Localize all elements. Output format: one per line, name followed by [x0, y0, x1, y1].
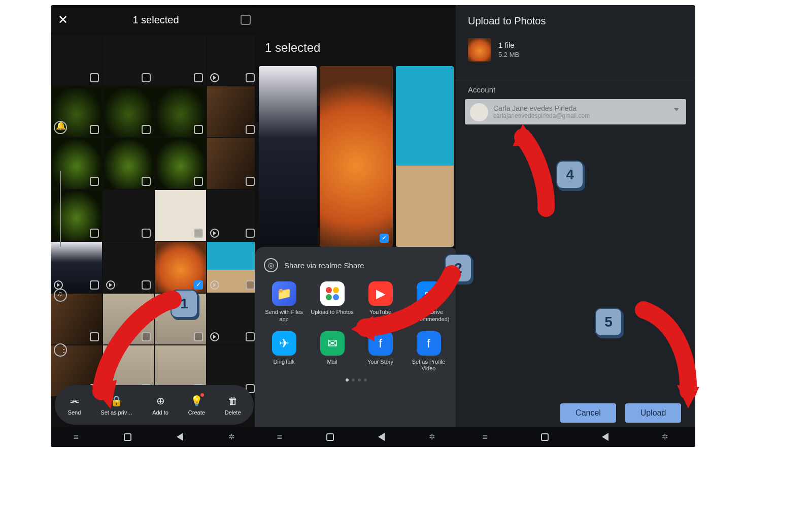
thumbnail[interactable] — [207, 242, 258, 293]
thumbnail[interactable] — [103, 190, 154, 241]
share-target-files[interactable]: 📁 Send with Files app — [262, 281, 306, 323]
divider — [456, 78, 695, 78]
dingtalk-icon: ✈ — [272, 331, 296, 356]
android-navbar: ≡ ✲ — [51, 427, 258, 447]
play-icon — [210, 229, 219, 238]
thumbnail[interactable] — [51, 35, 102, 85]
thumbnail[interactable] — [207, 294, 258, 344]
thumbnail-grid — [51, 35, 258, 410]
selection-count: 1 selected — [255, 5, 458, 66]
share-target-profile-video[interactable]: f Set as Profile Video — [407, 331, 451, 373]
back-icon[interactable] — [602, 433, 608, 441]
thumbnail[interactable] — [155, 190, 206, 241]
checkmark-icon — [380, 234, 389, 243]
realme-share-label: Share via realme Share — [284, 261, 364, 270]
avatar — [470, 103, 488, 121]
gallery-topbar: ✕ 1 selected — [51, 5, 258, 35]
thumbnail[interactable] — [103, 294, 154, 344]
thumbnail[interactable] — [103, 138, 154, 189]
app-label: DingTalk — [273, 359, 294, 366]
music-icon[interactable] — [54, 289, 67, 302]
home-icon[interactable] — [124, 433, 131, 441]
broadcast-icon: ◎ — [264, 258, 278, 272]
accessibility-icon[interactable]: ✲ — [429, 432, 435, 441]
app-label: Send with Files app — [262, 309, 306, 323]
thumbnail[interactable] — [207, 35, 258, 85]
thumbnail[interactable] — [207, 86, 258, 137]
thumbnail[interactable] — [103, 242, 154, 293]
dialog-buttons: Cancel Upload — [456, 403, 695, 423]
realme-share-row[interactable]: ◎ Share via realme Share — [264, 258, 449, 272]
step-badge-2: 2 — [445, 254, 472, 282]
share-target-your-story[interactable]: f Your Story — [358, 331, 402, 373]
bell-icon[interactable] — [54, 121, 67, 134]
share-target-mail[interactable]: ✉ Mail — [310, 331, 354, 373]
action-label: Delete — [225, 409, 241, 416]
action-label: Set as priv… — [100, 409, 132, 416]
share-sheet: ◎ Share via realme Share 📁 Send with Fil… — [255, 247, 458, 427]
page-indicator — [262, 378, 451, 382]
action-label: Add to — [152, 409, 168, 416]
gallery-side-tools — [54, 121, 67, 357]
create-button[interactable]: 💡 Create — [188, 394, 205, 416]
delete-button[interactable]: 🗑 Delete — [225, 394, 241, 416]
step-badge-5: 5 — [595, 308, 622, 336]
thumbnail[interactable] — [155, 138, 206, 189]
share-target-youtube[interactable]: ▶ YouTube — [358, 281, 402, 323]
cancel-button[interactable]: Cancel — [560, 403, 616, 423]
thumbnail[interactable] — [103, 86, 154, 137]
chevron-down-icon — [674, 108, 679, 111]
close-icon[interactable]: ✕ — [58, 13, 71, 27]
account-label: Account — [456, 85, 695, 99]
file-summary: 1 file 5.2 MB — [456, 34, 695, 76]
recent-apps-icon[interactable]: ≡ — [277, 432, 283, 442]
set-private-button[interactable]: 🔒 Set as priv… — [100, 394, 132, 416]
play-icon — [210, 332, 219, 341]
android-navbar: ≡ ✲ — [255, 427, 458, 447]
select-all-checkbox[interactable] — [241, 15, 251, 25]
preview-thumb[interactable] — [259, 66, 317, 247]
account-selector[interactable]: Carla Jane evedes Pirieda carlajaneevede… — [465, 99, 686, 124]
preview-thumb[interactable] — [396, 66, 454, 247]
thumbnail[interactable] — [155, 35, 206, 85]
share-target-google-photos[interactable]: Upload to Photos — [310, 281, 354, 323]
accessibility-icon[interactable]: ✲ — [228, 432, 235, 441]
home-icon[interactable] — [541, 433, 549, 441]
thumbnail[interactable] — [155, 86, 206, 137]
share-icon: ⫘ — [67, 394, 81, 407]
app-label: YouTube — [369, 309, 391, 316]
android-navbar: ≡ ✲ — [456, 427, 695, 447]
plus-circle-icon: ⊕ — [154, 394, 167, 407]
add-to-button[interactable]: ⊕ Add to — [152, 394, 168, 416]
back-icon[interactable] — [177, 433, 183, 441]
trash-icon: 🗑 — [226, 394, 240, 407]
send-button[interactable]: ⫘ Send — [67, 394, 81, 416]
accessibility-icon[interactable]: ✲ — [662, 432, 668, 441]
facebook-icon: f — [417, 331, 441, 356]
share-target-cloud-drive[interactable]: ∞ Cloud Drive (Recommended) — [407, 281, 451, 323]
app-label: Your Story — [367, 359, 393, 366]
action-toolbar: ⫘ Send 🔒 Set as priv… ⊕ Add to 💡 Create … — [55, 385, 254, 425]
share-sheet-screen: 1 selected ◎ Share via realme Share 📁 Se… — [255, 5, 458, 447]
bulb-icon: 💡 — [190, 394, 203, 407]
selection-count: 1 selected — [71, 14, 241, 26]
share-target-dingtalk[interactable]: ✈ DingTalk — [262, 331, 306, 373]
recent-apps-icon[interactable]: ≡ — [74, 432, 79, 442]
app-label: Upload to Photos — [311, 309, 353, 316]
more-icon[interactable] — [54, 343, 67, 357]
thumbnail[interactable] — [103, 35, 154, 85]
lock-icon: 🔒 — [110, 394, 123, 407]
upload-button[interactable]: Upload — [625, 403, 681, 423]
thumbnail-selected[interactable] — [155, 242, 206, 293]
preview-thumb-selected[interactable] — [320, 66, 392, 247]
home-icon[interactable] — [326, 433, 334, 441]
play-icon — [106, 280, 115, 290]
thumbnail[interactable] — [207, 190, 258, 241]
back-icon[interactable] — [378, 433, 385, 441]
upload-header: Upload to Photos — [456, 5, 695, 34]
thumbnail[interactable] — [207, 138, 258, 189]
file-thumbnail — [468, 38, 491, 61]
recent-apps-icon[interactable]: ≡ — [483, 432, 488, 442]
action-label: Send — [68, 409, 81, 416]
action-label: Create — [188, 409, 205, 416]
